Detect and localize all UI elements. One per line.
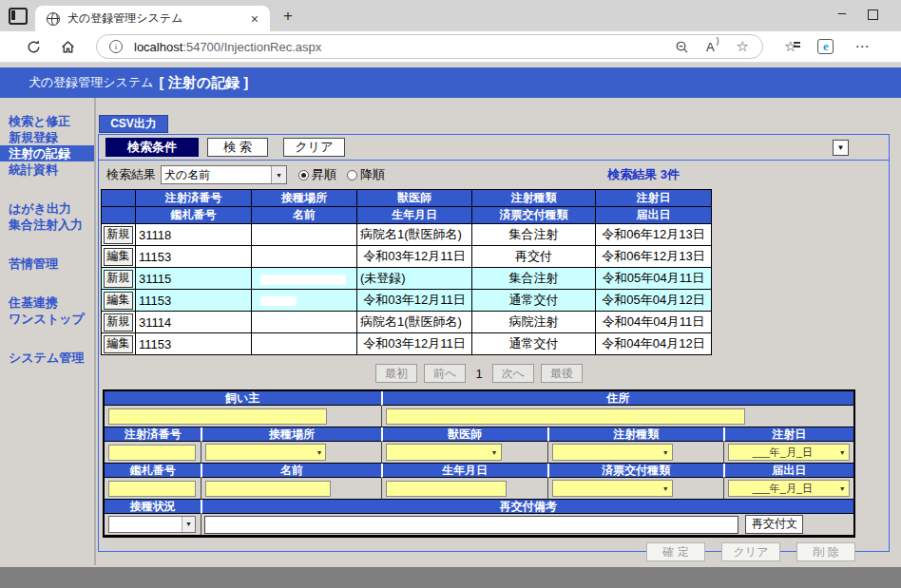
new-row-button[interactable]: 新規 bbox=[104, 270, 133, 288]
cell-injection-no: 31115 bbox=[136, 268, 252, 290]
cell-injection-date: 令和05年04月11日 bbox=[596, 268, 712, 290]
edit-row-button[interactable]: 編集 bbox=[104, 335, 133, 353]
injection-date-select[interactable]: ___年_月_日▼ bbox=[728, 444, 850, 461]
cert-type-header: 済票交付種類 bbox=[547, 464, 723, 478]
sidebar-item-search-edit[interactable]: 検索と修正 bbox=[0, 113, 94, 129]
chevron-down-icon: ▼ bbox=[660, 485, 672, 492]
next-page-button[interactable]: 次へ bbox=[492, 364, 534, 383]
first-page-button[interactable]: 最初 bbox=[375, 364, 417, 383]
remarks-header: 再交付備考 bbox=[201, 500, 853, 514]
table-row: 新規 31115 (未登録) 集合注射 令和05年04月11日 bbox=[102, 268, 712, 290]
tab-actions-icon[interactable] bbox=[9, 8, 28, 25]
cell-injection-type: 集合注射 bbox=[472, 224, 596, 246]
window-controls: – bbox=[816, 0, 901, 31]
header-empty bbox=[102, 190, 136, 207]
search-button[interactable]: 検 索 bbox=[207, 138, 268, 157]
csv-export-button[interactable]: CSV出力 bbox=[99, 115, 168, 133]
address-bar[interactable]: i localhost:54700/InjectionRec.aspx A ☆ bbox=[96, 34, 763, 59]
redacted-text bbox=[260, 296, 297, 306]
cell-injection-date: 令和06年12月13日 bbox=[596, 224, 712, 246]
table-row: 編集 11153 令和03年12月11日 通常交付 令和04年04月12日 bbox=[102, 333, 712, 355]
redacted-text bbox=[260, 275, 346, 285]
favorites-hub-icon[interactable]: ☆ bbox=[784, 38, 796, 55]
injection-type-header: 注射種類 bbox=[547, 427, 723, 442]
chevron-down-icon[interactable]: ▼ bbox=[271, 166, 286, 183]
address-input[interactable] bbox=[386, 408, 745, 425]
sidebar-item-postcard-output[interactable]: はがき出力 bbox=[0, 200, 94, 217]
zoom-out-icon[interactable] bbox=[675, 40, 689, 54]
header-place: 接種場所 bbox=[252, 190, 357, 207]
delete-button[interactable]: 削 除 bbox=[796, 542, 855, 561]
prev-page-button[interactable]: 前へ bbox=[424, 364, 466, 383]
sort-order-radios: 昇順 降順 bbox=[298, 166, 393, 183]
tab-close-icon[interactable]: × bbox=[247, 11, 262, 27]
edit-row-button[interactable]: 編集 bbox=[104, 248, 133, 266]
sidebar-item-injection-record[interactable]: 注射の記録 bbox=[0, 145, 94, 161]
sidebar-item-complaint-management[interactable]: 苦情管理 bbox=[0, 256, 94, 272]
clear-button[interactable]: クリア bbox=[283, 138, 345, 157]
maximize-icon[interactable] bbox=[868, 9, 878, 20]
new-tab-button[interactable]: + bbox=[283, 7, 293, 26]
name-input[interactable] bbox=[205, 481, 331, 497]
new-row-button[interactable]: 新規 bbox=[104, 313, 133, 332]
cell-license-no: 11153 bbox=[136, 246, 252, 268]
injection-type-select[interactable]: ▼ bbox=[552, 444, 673, 461]
globe-favicon-icon bbox=[47, 12, 60, 26]
sidebar-item-juki-link[interactable]: 住基連携 bbox=[0, 294, 94, 311]
cell-injection-no: 31114 bbox=[136, 312, 252, 333]
ascending-radio[interactable] bbox=[298, 170, 309, 180]
cell-injection-type: 集合注射 bbox=[472, 268, 596, 290]
form-header-status-remarks: 接種状況 再交付備考 bbox=[105, 500, 853, 514]
address-bar-actions: A ☆ bbox=[675, 38, 762, 55]
new-row-button[interactable]: 新規 bbox=[104, 226, 133, 244]
confirm-button[interactable]: 確 定 bbox=[646, 542, 705, 561]
ie-mode-icon[interactable]: e bbox=[817, 39, 834, 54]
sort-select[interactable]: 犬の名前 ▼ bbox=[161, 165, 287, 184]
search-condition-label: 検索条件 bbox=[105, 138, 199, 157]
refresh-icon[interactable] bbox=[26, 39, 42, 55]
form-row-injection: ▼ ▼ ▼ ___年_月_日▼ bbox=[105, 442, 853, 464]
descending-radio[interactable] bbox=[347, 170, 357, 180]
owner-input[interactable] bbox=[108, 408, 327, 425]
cert-type-select[interactable]: ▼ bbox=[552, 480, 673, 497]
header-name: 名前 bbox=[252, 207, 357, 224]
edit-row-button[interactable]: 編集 bbox=[104, 292, 133, 310]
favorite-star-icon[interactable]: ☆ bbox=[737, 38, 749, 55]
table-row: 新規 31114 病院名1(獣医師名) 病院注射 令和04年04月11日 bbox=[102, 312, 712, 333]
minimize-icon[interactable]: – bbox=[816, 4, 868, 20]
header-injection-type: 注射種類 bbox=[472, 190, 596, 207]
browser-tab[interactable]: 犬の登録管理システム × bbox=[35, 6, 270, 31]
expand-panel-button[interactable]: ▼ bbox=[833, 140, 849, 156]
remarks-input[interactable] bbox=[204, 516, 738, 534]
read-aloud-icon[interactable]: A bbox=[706, 40, 719, 54]
sidebar-item-group-injection-input[interactable]: 集合注射入力 bbox=[0, 217, 94, 233]
sidebar-item-statistics[interactable]: 統計資料 bbox=[0, 161, 94, 178]
form-header-injection: 注射済番号 接種場所 獣医師 注射種類 注射日 bbox=[105, 427, 853, 442]
header-empty bbox=[102, 207, 136, 224]
sidebar-item-one-stop[interactable]: ワンストップ bbox=[0, 311, 94, 327]
sidebar-item-new-registration[interactable]: 新規登録 bbox=[0, 129, 94, 145]
vet-select[interactable]: ▼ bbox=[386, 444, 502, 461]
report-date-select[interactable]: ___年_月_日▼ bbox=[728, 480, 850, 497]
url-host: localhost bbox=[134, 40, 182, 54]
settings-more-icon[interactable]: ⋯ bbox=[854, 38, 870, 55]
license-no-header: 鑑札番号 bbox=[105, 464, 201, 478]
home-icon[interactable] bbox=[60, 39, 76, 55]
form-clear-button[interactable]: クリア bbox=[721, 542, 780, 561]
tab-title: 犬の登録管理システム bbox=[67, 10, 247, 27]
status-select[interactable]: ▼ bbox=[108, 516, 196, 533]
place-select[interactable]: ▼ bbox=[205, 444, 326, 461]
name-header: 名前 bbox=[201, 464, 380, 478]
chevron-down-icon: ▼ bbox=[660, 449, 672, 456]
site-info-icon[interactable]: i bbox=[109, 40, 123, 53]
reissue-doc-button[interactable]: 再交付文 bbox=[745, 515, 803, 534]
url-text[interactable]: localhost:54700/InjectionRec.aspx bbox=[134, 40, 321, 54]
license-no-input[interactable] bbox=[108, 481, 196, 497]
sort-row: 検索結果 犬の名前 ▼ 昇順 降順 検索結果 3件 bbox=[99, 161, 889, 189]
birth-date-header: 生年月日 bbox=[381, 464, 547, 478]
injection-no-input[interactable] bbox=[108, 445, 196, 461]
last-page-button[interactable]: 最後 bbox=[541, 364, 583, 383]
window-bottom-bar bbox=[0, 567, 901, 588]
sidebar-item-system-management[interactable]: システム管理 bbox=[0, 350, 94, 366]
birth-date-input[interactable] bbox=[386, 481, 507, 497]
